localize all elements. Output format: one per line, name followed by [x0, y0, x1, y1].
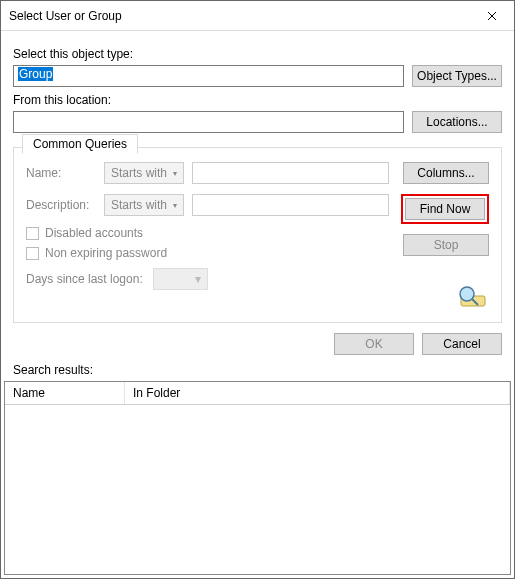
- days-since-logon-combo[interactable]: ▾: [153, 268, 208, 290]
- titlebar: Select User or Group: [1, 1, 514, 31]
- cancel-button[interactable]: Cancel: [422, 333, 502, 355]
- footer-buttons: OK Cancel: [1, 323, 514, 363]
- tab-common-queries[interactable]: Common Queries: [22, 134, 138, 154]
- columns-button[interactable]: Columns...: [403, 162, 489, 184]
- object-type-value: Group: [18, 67, 53, 81]
- chevron-down-icon: ▾: [195, 272, 201, 286]
- locations-button[interactable]: Locations...: [412, 111, 502, 133]
- non-expiring-checkbox[interactable]: [26, 247, 39, 260]
- description-match-value: Starts with: [111, 198, 167, 212]
- column-in-folder[interactable]: In Folder: [125, 382, 510, 404]
- side-buttons: Columns... Find Now Stop: [399, 162, 489, 310]
- search-icon: [455, 284, 489, 310]
- find-now-highlight: Find Now: [401, 194, 489, 224]
- ok-button[interactable]: OK: [334, 333, 414, 355]
- disabled-accounts-label: Disabled accounts: [45, 226, 143, 240]
- description-match-combo[interactable]: Starts with ▾: [104, 194, 184, 216]
- object-type-field[interactable]: Group: [13, 65, 404, 87]
- object-type-label: Select this object type:: [13, 47, 502, 61]
- window-title: Select User or Group: [9, 9, 122, 23]
- name-match-value: Starts with: [111, 166, 167, 180]
- chevron-down-icon: ▾: [173, 169, 177, 178]
- name-input[interactable]: [192, 162, 389, 184]
- common-queries-group: Common Queries Name: Starts with ▾ Descr…: [13, 147, 502, 323]
- search-results-label: Search results:: [1, 363, 514, 381]
- find-now-button[interactable]: Find Now: [405, 198, 485, 220]
- description-label: Description:: [26, 198, 96, 212]
- name-label: Name:: [26, 166, 96, 180]
- results-body[interactable]: [5, 405, 510, 574]
- query-form: Name: Starts with ▾ Description: Starts …: [26, 162, 389, 310]
- disabled-accounts-checkbox[interactable]: [26, 227, 39, 240]
- non-expiring-label: Non expiring password: [45, 246, 167, 260]
- close-icon: [487, 11, 497, 21]
- description-input[interactable]: [192, 194, 389, 216]
- days-since-logon-label: Days since last logon:: [26, 272, 143, 286]
- content-area: Select this object type: Group Object Ty…: [1, 31, 514, 323]
- close-button[interactable]: [469, 1, 514, 31]
- stop-button[interactable]: Stop: [403, 234, 489, 256]
- dialog-window: Select User or Group Select this object …: [0, 0, 515, 579]
- results-header: Name In Folder: [5, 382, 510, 405]
- column-name[interactable]: Name: [5, 382, 125, 404]
- results-list: Name In Folder: [4, 381, 511, 575]
- object-types-button[interactable]: Object Types...: [412, 65, 502, 87]
- location-label: From this location:: [13, 93, 502, 107]
- svg-point-1: [460, 287, 474, 301]
- name-match-combo[interactable]: Starts with ▾: [104, 162, 184, 184]
- location-field[interactable]: [13, 111, 404, 133]
- chevron-down-icon: ▾: [173, 201, 177, 210]
